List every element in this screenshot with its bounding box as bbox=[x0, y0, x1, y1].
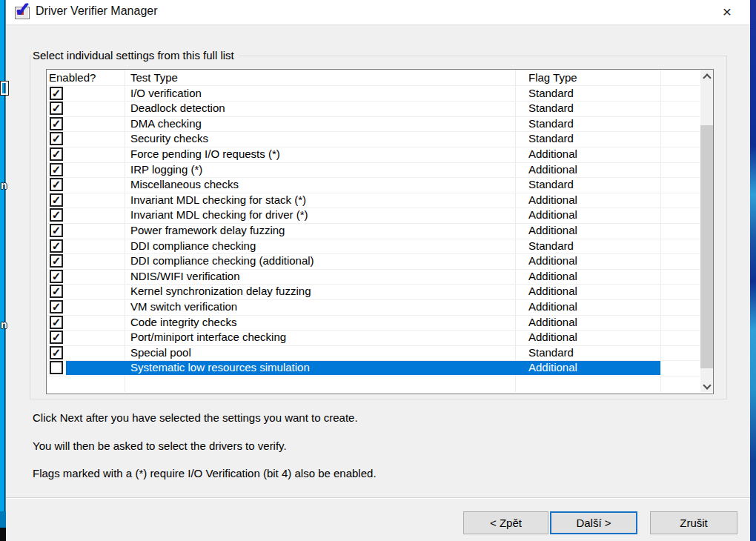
row-checkbox-checked[interactable]: ✓ bbox=[50, 239, 63, 253]
row-checkbox-checked[interactable]: ✓ bbox=[50, 285, 63, 298]
test-type-cell: Special pool bbox=[130, 345, 191, 361]
flag-type-cell: Additional bbox=[528, 162, 577, 178]
table-row[interactable]: ✓Code integrity checksAdditional bbox=[47, 315, 700, 331]
cancel-button[interactable]: Zrušit bbox=[650, 511, 737, 534]
row-checkbox-checked[interactable]: ✓ bbox=[50, 178, 63, 191]
close-icon[interactable]: × bbox=[717, 2, 737, 21]
scroll-down-button[interactable] bbox=[700, 379, 713, 392]
column-header-enabled: Enabled? bbox=[49, 70, 96, 85]
table-row[interactable]: ✓Force pending I/O requests (*)Additiona… bbox=[47, 147, 700, 162]
row-checkbox-checked[interactable]: ✓ bbox=[50, 300, 63, 313]
row-checkbox-unchecked[interactable] bbox=[50, 361, 63, 374]
settings-list[interactable]: Enabled? Test Type Flag Type ✓I/O verifi… bbox=[46, 69, 714, 394]
row-checkbox-checked[interactable]: ✓ bbox=[50, 270, 63, 283]
background-strip-dim-segment bbox=[0, 511, 6, 528]
test-type-cell: Security checks bbox=[130, 131, 208, 147]
table-row[interactable]: ✓Port/miniport interface checkingAdditio… bbox=[47, 330, 700, 345]
table-row[interactable]: ✓Kernel synchronization delay fuzzingAdd… bbox=[47, 284, 700, 299]
table-row[interactable]: ✓Invariant MDL checking for stack (*)Add… bbox=[47, 193, 700, 208]
test-type-cell: Deadlock detection bbox=[130, 101, 225, 116]
driver-verifier-manager-dialog: n n ✓ Driver Verifier Manager × Select i… bbox=[0, 0, 756, 541]
row-checkbox-checked[interactable]: ✓ bbox=[50, 208, 63, 222]
test-type-cell: Invariant MDL checking for driver (*) bbox=[130, 208, 308, 223]
table-row[interactable]: ✓Power framework delay fuzzingAdditional bbox=[47, 223, 700, 239]
bottom-separator bbox=[6, 497, 750, 499]
note-click-next: Click Next after you have selected the s… bbox=[33, 411, 358, 424]
flag-type-cell: Additional bbox=[528, 269, 577, 285]
flag-type-cell: Standard bbox=[528, 116, 574, 132]
flag-type-cell: Standard bbox=[528, 177, 574, 193]
chevron-down-icon bbox=[703, 381, 711, 389]
row-checkbox-checked[interactable]: ✓ bbox=[50, 147, 63, 161]
test-type-cell: Systematic low resources simulation bbox=[130, 360, 310, 376]
row-checkbox-checked[interactable]: ✓ bbox=[50, 163, 63, 176]
title-bar: ✓ Driver Verifier Manager × bbox=[6, 0, 750, 25]
test-type-cell: Force pending I/O requests (*) bbox=[130, 147, 280, 162]
flag-type-cell: Additional bbox=[528, 223, 577, 239]
flag-type-cell: Standard bbox=[528, 239, 574, 254]
row-checkbox-checked[interactable]: ✓ bbox=[50, 331, 63, 344]
test-type-cell: NDIS/WIFI verification bbox=[130, 269, 240, 285]
table-row[interactable]: ✓DMA checkingStandard bbox=[47, 116, 700, 132]
flag-type-cell: Additional bbox=[528, 330, 577, 345]
test-type-cell: I/O verification bbox=[130, 86, 202, 102]
scrollbar-thumb[interactable] bbox=[700, 125, 713, 368]
test-type-cell: DDI compliance checking (additional) bbox=[130, 253, 314, 269]
row-checkbox-checked[interactable]: ✓ bbox=[50, 87, 63, 100]
flag-type-cell: Additional bbox=[528, 360, 577, 376]
flag-type-cell: Standard bbox=[528, 131, 574, 147]
flag-type-cell: Additional bbox=[528, 193, 577, 208]
vertical-scrollbar[interactable] bbox=[700, 70, 713, 392]
test-type-cell: Kernel synchronization delay fuzzing bbox=[130, 284, 311, 299]
test-type-cell: VM switch verification bbox=[130, 299, 237, 315]
column-header-flag-type: Flag Type bbox=[528, 70, 577, 85]
column-header-test-type: Test Type bbox=[130, 70, 178, 85]
table-row[interactable]: ✓DDI compliance checkingStandard bbox=[47, 239, 700, 254]
driver-verifier-app-icon: ✓ bbox=[13, 4, 33, 21]
row-checkbox-checked[interactable]: ✓ bbox=[50, 132, 63, 145]
table-row[interactable]: ✓VM switch verificationAdditional bbox=[47, 299, 700, 315]
table-row[interactable]: Systematic low resources simulationAddit… bbox=[47, 360, 700, 376]
flag-type-cell: Standard bbox=[528, 101, 574, 116]
scroll-up-button[interactable] bbox=[700, 70, 713, 82]
note-flags-marked: Flags marked with a (*) require I/O Veri… bbox=[33, 467, 377, 479]
table-row[interactable]: ✓Special poolStandard bbox=[47, 345, 700, 361]
row-checkbox-checked[interactable]: ✓ bbox=[50, 102, 63, 115]
window-title: Driver Verifier Manager bbox=[36, 4, 158, 18]
test-type-cell: Code integrity checks bbox=[130, 315, 236, 331]
test-type-cell: Miscellaneous checks bbox=[130, 177, 239, 193]
table-row[interactable]: ✓DDI compliance checking (additional)Add… bbox=[47, 253, 700, 269]
test-type-cell: DMA checking bbox=[130, 116, 202, 132]
app-icon-blue-check: ✓ bbox=[14, 0, 31, 21]
table-row[interactable]: ✓Miscellaneous checksStandard bbox=[47, 177, 700, 193]
row-checkbox-checked[interactable]: ✓ bbox=[50, 316, 63, 329]
chevron-up-icon bbox=[703, 73, 711, 82]
test-type-cell: Invariant MDL checking for stack (*) bbox=[130, 193, 306, 208]
table-row[interactable]: ✓NDIS/WIFI verificationAdditional bbox=[47, 269, 700, 285]
row-checkbox-checked[interactable]: ✓ bbox=[50, 254, 63, 268]
background-strip-black-segment bbox=[0, 528, 6, 541]
table-row[interactable]: ✓I/O verificationStandard bbox=[47, 86, 700, 102]
table-row[interactable]: ✓Deadlock detectionStandard bbox=[47, 101, 700, 116]
row-checkbox-checked[interactable]: ✓ bbox=[50, 117, 63, 130]
table-row[interactable]: ✓Invariant MDL checking for driver (*)Ad… bbox=[47, 208, 700, 223]
flag-type-cell: Additional bbox=[528, 315, 577, 331]
background-glyph-fragment: n bbox=[1, 319, 7, 330]
test-type-cell: DDI compliance checking bbox=[130, 239, 256, 254]
table-row[interactable]: ✓Security checksStandard bbox=[47, 131, 700, 147]
test-type-cell: IRP logging (*) bbox=[130, 162, 202, 178]
flag-type-cell: Additional bbox=[528, 147, 577, 162]
next-button[interactable]: Další > bbox=[550, 511, 637, 534]
row-checkbox-checked[interactable]: ✓ bbox=[50, 346, 63, 359]
test-type-cell: Port/miniport interface checking bbox=[130, 330, 286, 345]
background-glyph-fragment: n bbox=[1, 180, 7, 190]
group-box-label: Select individual settings from this ful… bbox=[33, 49, 239, 62]
flag-type-cell: Additional bbox=[528, 208, 577, 223]
table-row[interactable]: ✓IRP logging (*)Additional bbox=[47, 162, 700, 178]
flag-type-cell: Additional bbox=[528, 284, 577, 299]
flag-type-cell: Additional bbox=[528, 253, 577, 269]
row-checkbox-checked[interactable]: ✓ bbox=[50, 224, 63, 237]
flag-type-cell: Additional bbox=[528, 299, 577, 315]
row-checkbox-checked[interactable]: ✓ bbox=[50, 193, 63, 207]
back-button[interactable]: < Zpět bbox=[463, 511, 548, 534]
